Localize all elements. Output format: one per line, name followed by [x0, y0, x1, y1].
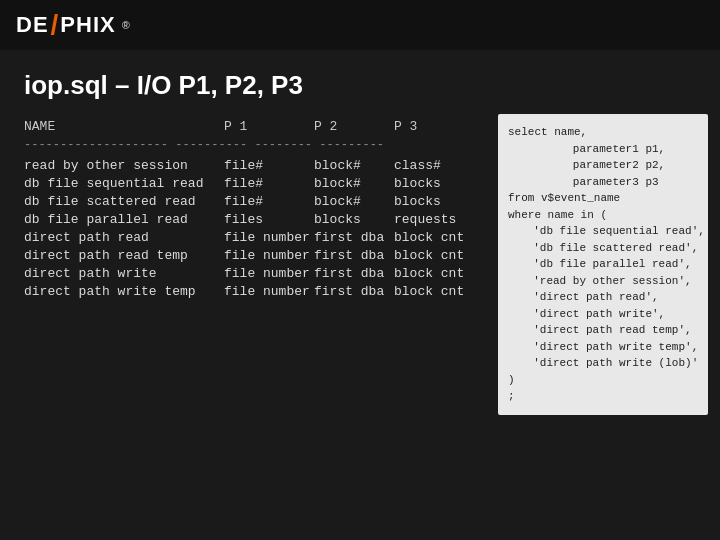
page-title: iop.sql – I/O P1, P2, P3	[24, 70, 474, 101]
logo-de: DE	[16, 12, 49, 38]
code-line-0: select name,	[508, 124, 698, 141]
code-line-11: 'direct path write',	[508, 306, 698, 323]
col-header-p1: P 1	[224, 119, 314, 134]
code-line-10: 'direct path read',	[508, 289, 698, 306]
code-line-4: from v$event_name	[508, 190, 698, 207]
table-header: NAME P 1 P 2 P 3	[24, 119, 474, 134]
code-line-1: parameter1 p1,	[508, 141, 698, 158]
table-divider: -------------------- ---------- --------…	[24, 138, 474, 152]
table-row: direct path read temp file number first …	[24, 248, 474, 263]
row-name: db file scattered read	[24, 194, 224, 209]
table-row: db file scattered read file# block# bloc…	[24, 194, 474, 209]
row-name: db file parallel read	[24, 212, 224, 227]
col-header-name: NAME	[24, 119, 224, 134]
row-p3: block cnt	[394, 230, 474, 245]
row-p2: blocks	[314, 212, 394, 227]
table-row: direct path write temp file number first…	[24, 284, 474, 299]
row-p1: file#	[224, 158, 314, 173]
content-area: iop.sql – I/O P1, P2, P3 NAME P 1 P 2 P …	[0, 50, 720, 431]
code-line-16: ;	[508, 388, 698, 405]
row-p3: block cnt	[394, 266, 474, 281]
logo-phix: PHIX	[60, 12, 115, 38]
data-table: NAME P 1 P 2 P 3 -------------------- --…	[24, 119, 474, 299]
code-line-7: 'db file scattered read',	[508, 240, 698, 257]
row-name: direct path write temp	[24, 284, 224, 299]
row-p3: blocks	[394, 194, 474, 209]
table-row: read by other session file# block# class…	[24, 158, 474, 173]
row-p1: file number	[224, 284, 314, 299]
row-name: direct path read	[24, 230, 224, 245]
col-header-p3: P 3	[394, 119, 474, 134]
row-p3: blocks	[394, 176, 474, 191]
row-p1: file number	[224, 248, 314, 263]
row-p1: file#	[224, 176, 314, 191]
row-name: direct path read temp	[24, 248, 224, 263]
code-line-3: parameter3 p3	[508, 174, 698, 191]
row-p2: block#	[314, 158, 394, 173]
code-line-14: 'direct path write (lob)'	[508, 355, 698, 372]
code-line-5: where name in (	[508, 207, 698, 224]
row-p1: file#	[224, 194, 314, 209]
row-p3: block cnt	[394, 248, 474, 263]
left-panel: iop.sql – I/O P1, P2, P3 NAME P 1 P 2 P …	[24, 70, 474, 415]
logo-slash-icon: /	[51, 9, 59, 41]
row-p1: files	[224, 212, 314, 227]
code-line-9: 'read by other session',	[508, 273, 698, 290]
code-line-15: )	[508, 372, 698, 389]
code-panel: select name, parameter1 p1, parameter2 p…	[498, 114, 708, 415]
row-name: read by other session	[24, 158, 224, 173]
code-line-12: 'direct path read temp',	[508, 322, 698, 339]
row-name: db file sequential read	[24, 176, 224, 191]
code-line-2: parameter2 p2,	[508, 157, 698, 174]
col-header-p2: P 2	[314, 119, 394, 134]
row-name: direct path write	[24, 266, 224, 281]
table-row: db file sequential read file# block# blo…	[24, 176, 474, 191]
logo: DE / PHIX ®	[16, 9, 132, 41]
logo-trademark: ®	[122, 19, 132, 31]
table-row: db file parallel read files blocks reque…	[24, 212, 474, 227]
row-p3: class#	[394, 158, 474, 173]
header: DE / PHIX ®	[0, 0, 720, 50]
row-p2: first dba	[314, 230, 394, 245]
row-p3: block cnt	[394, 284, 474, 299]
row-p2: first dba	[314, 284, 394, 299]
row-p1: file number	[224, 266, 314, 281]
code-line-6: 'db file sequential read',	[508, 223, 698, 240]
row-p2: block#	[314, 194, 394, 209]
table-row: direct path write file number first dba …	[24, 266, 474, 281]
table-row: direct path read file number first dba b…	[24, 230, 474, 245]
row-p1: file number	[224, 230, 314, 245]
code-line-13: 'direct path write temp',	[508, 339, 698, 356]
code-line-8: 'db file parallel read',	[508, 256, 698, 273]
row-p2: first dba	[314, 248, 394, 263]
row-p2: first dba	[314, 266, 394, 281]
row-p2: block#	[314, 176, 394, 191]
row-p3: requests	[394, 212, 474, 227]
